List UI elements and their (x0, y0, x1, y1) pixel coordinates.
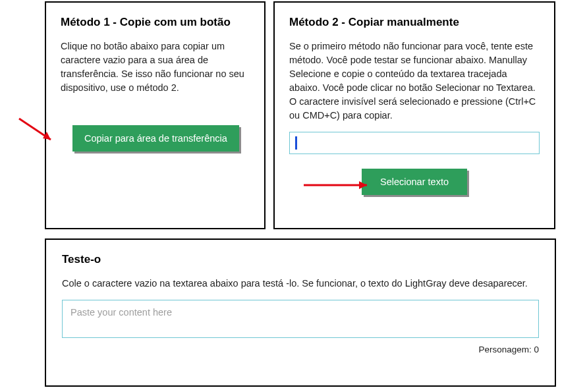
select-text-button[interactable]: Selecionar texto (362, 169, 467, 195)
svg-marker-1 (43, 132, 51, 140)
method2-title: Método 2 - Copiar manualmente (289, 16, 540, 29)
arrow-icon (16, 115, 63, 148)
method1-button-wrap: Copiar para área de transferência (72, 125, 250, 152)
method1-card: Método 1 - Copie com um botão Clique no … (45, 1, 266, 229)
copy-clipboard-button[interactable]: Copiar para área de transferência (72, 125, 239, 152)
text-cursor-icon (295, 136, 297, 150)
test-card: Teste-o Cole o caractere vazio na textar… (45, 238, 556, 387)
method1-description: Clique no botão abaixo para copiar um ca… (61, 40, 250, 95)
svg-line-0 (19, 119, 51, 140)
test-description: Cole o caractere vazio na textarea abaix… (62, 277, 539, 291)
character-count: Personagem: 0 (62, 345, 539, 354)
method1-title: Método 1 - Copie com um botão (61, 16, 250, 29)
test-textarea[interactable] (62, 300, 539, 338)
method2-button-wrap: Selecionar texto (289, 169, 540, 195)
invisible-char-input[interactable] (289, 132, 540, 154)
method2-description: Se o primeiro método não funcionar para … (289, 40, 540, 123)
test-title: Teste-o (62, 253, 539, 266)
method2-card: Método 2 - Copiar manualmente Se o prime… (273, 1, 555, 229)
